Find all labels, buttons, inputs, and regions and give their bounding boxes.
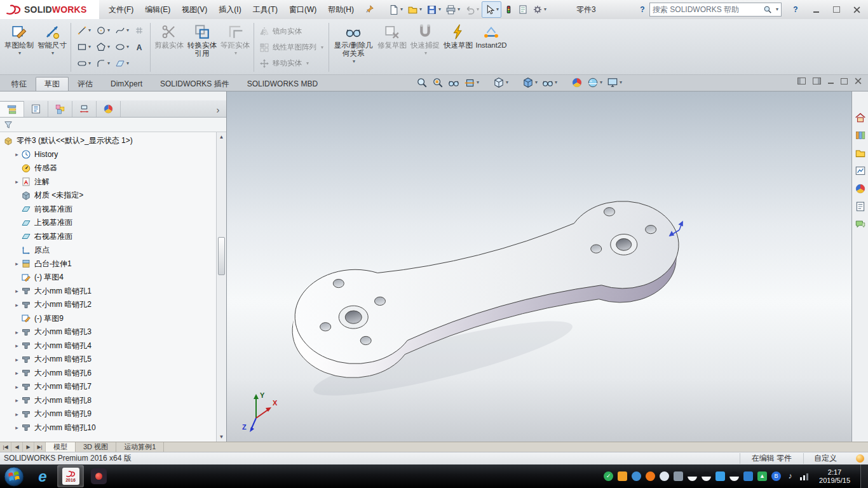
options-colors-button[interactable] xyxy=(502,2,515,17)
repair-sketch-button[interactable]: 修复草图 xyxy=(376,20,409,74)
graphics-area[interactable]: Y X Z xyxy=(227,92,851,442)
dropdown-icon[interactable]: ▾ xyxy=(477,80,479,85)
apply-scene-button[interactable]: ▾ xyxy=(587,77,602,88)
tab-addins[interactable]: SOLIDWORKS 插件 xyxy=(151,77,238,91)
display-style-button[interactable]: ▾ xyxy=(522,77,538,88)
propertymanager-tab[interactable] xyxy=(24,101,48,117)
view-settings-button[interactable]: ▾ xyxy=(607,77,622,88)
previous-view-button[interactable] xyxy=(448,77,459,88)
new-document-button[interactable]: ▾ xyxy=(386,2,405,17)
tab-mbd[interactable]: SOLIDWORKS MBD xyxy=(238,77,327,91)
tree-item-right-plane[interactable]: 右视基准面 xyxy=(0,230,226,244)
dropdown-icon[interactable]: ▾ xyxy=(424,51,427,56)
dropdown-icon[interactable]: ▾ xyxy=(544,7,546,12)
expand-arrow-icon[interactable]: ▸ xyxy=(13,288,21,294)
filter-funnel-icon[interactable] xyxy=(4,120,13,129)
tree-item-boss-extrude[interactable]: ▸凸台-拉伸1 xyxy=(0,257,226,271)
expand-arrow-icon[interactable]: ▸ xyxy=(13,356,21,363)
dropdown-icon[interactable]: ▾ xyxy=(438,7,441,12)
trim-entities-button[interactable]: 剪裁实体 xyxy=(153,20,186,74)
file-explorer-icon[interactable] xyxy=(855,147,866,159)
expand-arrow-icon[interactable]: ▸ xyxy=(13,411,21,417)
dropdown-icon[interactable]: ▾ xyxy=(51,51,54,56)
dropdown-icon[interactable]: ▾ xyxy=(458,7,460,12)
print-button[interactable]: ▾ xyxy=(444,2,462,17)
dropdown-icon[interactable]: ▾ xyxy=(776,7,778,12)
minimize-button[interactable] xyxy=(810,4,822,15)
view-orientation-button[interactable]: ▾ xyxy=(493,77,508,88)
configurationmanager-tab[interactable] xyxy=(48,101,72,117)
tray-network-icon[interactable] xyxy=(799,472,809,480)
tray-bluetooth-icon[interactable]: B xyxy=(771,471,781,481)
close-button[interactable] xyxy=(850,4,863,15)
tree-item-sensors[interactable]: 传感器 xyxy=(0,161,226,175)
expand-arrow-icon[interactable]: ▸ xyxy=(13,384,21,390)
dropdown-icon[interactable]: ▾ xyxy=(18,51,21,56)
expand-arrow-icon[interactable]: ▸ xyxy=(13,302,21,308)
scrollbar-thumb[interactable] xyxy=(218,237,225,275)
hide-show-items-button[interactable]: ▾ xyxy=(542,77,557,88)
search-icon[interactable] xyxy=(763,5,772,14)
scroll-up-button[interactable]: ▲ xyxy=(217,132,226,142)
appearances-icon[interactable] xyxy=(855,183,866,194)
tray-qq-icon[interactable] xyxy=(702,471,711,481)
tree-item-history[interactable]: ▸History xyxy=(0,148,226,162)
dropdown-icon[interactable]: ▾ xyxy=(88,28,91,33)
tray-messenger-icon[interactable] xyxy=(715,471,725,481)
menu-window[interactable]: 窗口(W) xyxy=(283,1,322,18)
expand-arrow-icon[interactable]: ▸ xyxy=(13,151,21,158)
tree-item-hole6[interactable]: ▸大小mm 暗销孔6 xyxy=(0,367,226,381)
dropdown-icon[interactable]: ▾ xyxy=(555,80,557,85)
tree-item-origin[interactable]: 原点 xyxy=(0,243,226,257)
zoom-to-area-button[interactable] xyxy=(432,77,444,88)
child-close-button[interactable] xyxy=(855,78,862,85)
tree-item-hole10[interactable]: ▸大小mm 暗销孔10 xyxy=(0,421,226,435)
dropdown-icon[interactable]: ▾ xyxy=(353,59,355,64)
featuremanager-tab[interactable] xyxy=(0,101,24,117)
view-palette-icon[interactable] xyxy=(855,165,866,177)
file-properties-button[interactable] xyxy=(516,2,530,17)
dropdown-icon[interactable]: ▾ xyxy=(107,44,110,50)
tree-root-item[interactable]: 零件3 (默认<<默认>_显示状态 1>) xyxy=(0,134,226,148)
dropdown-icon[interactable]: ▾ xyxy=(535,80,538,85)
tray-pc-manager-icon[interactable] xyxy=(743,471,753,481)
tree-item-hole8[interactable]: ▸大小mm 暗销孔8 xyxy=(0,394,226,408)
tab-sketch[interactable]: 草图 xyxy=(36,77,69,91)
pane-left-button[interactable] xyxy=(797,78,806,85)
design-library-icon[interactable] xyxy=(855,130,866,141)
offset-entities-button[interactable]: 等距实体 ▾ xyxy=(219,20,252,74)
tree-item-hole7[interactable]: ▸大小mm 暗销孔7 xyxy=(0,380,226,394)
taskbar-solidworks-button[interactable]: 2016 xyxy=(57,465,84,487)
tree-item-hole9[interactable]: ▸大小mm 暗销孔9 xyxy=(0,407,226,421)
dimxpertmanager-tab[interactable] xyxy=(72,101,97,117)
tab-model[interactable]: 模型 xyxy=(46,442,76,452)
dropdown-icon[interactable]: ▾ xyxy=(419,7,422,12)
convert-entities-button[interactable]: 转换实体引用 xyxy=(186,20,219,74)
mirror-entities-button[interactable]: 镜向实体 xyxy=(259,25,323,38)
plane-tool-button[interactable]: ▾ xyxy=(114,57,130,71)
tab-motion-study[interactable]: 运动算例1 xyxy=(116,442,164,452)
tray-usb-icon[interactable] xyxy=(674,471,683,481)
tray-cloud-icon[interactable] xyxy=(660,471,669,481)
child-minimize-button[interactable] xyxy=(828,78,834,84)
app-help-button[interactable]: ? xyxy=(789,4,802,15)
tray-browser-icon[interactable] xyxy=(646,471,655,481)
dropdown-icon[interactable]: ▾ xyxy=(400,7,403,12)
custom-status-button[interactable]: 自定义 xyxy=(803,453,852,464)
show-desktop-button[interactable] xyxy=(860,464,868,488)
sketch-button[interactable]: 草图绘制 ▾ xyxy=(3,20,36,74)
menu-insert[interactable]: 插入(I) xyxy=(213,1,247,18)
tray-qq-icon[interactable] xyxy=(688,471,697,481)
child-restore-button[interactable] xyxy=(841,78,848,85)
move-entities-button[interactable]: 移动实体▾ xyxy=(259,57,323,70)
expand-arrow-icon[interactable]: ▸ xyxy=(13,397,21,403)
restore-button[interactable] xyxy=(830,4,843,15)
dropdown-icon[interactable]: ▾ xyxy=(88,44,91,50)
tree-item-front-plane[interactable]: 前视基准面 xyxy=(0,203,226,217)
sketch-pattern-button[interactable] xyxy=(133,24,146,37)
expand-arrow-icon[interactable]: ▸ xyxy=(13,370,21,376)
taskbar-clock[interactable]: 2:17 2019/5/15 xyxy=(813,468,856,485)
select-button[interactable]: ▾ xyxy=(482,1,501,18)
tab-evaluate[interactable]: 评估 xyxy=(69,77,102,91)
display-relations-button[interactable]: 显示/删除几何关系 ▾ xyxy=(331,20,376,74)
